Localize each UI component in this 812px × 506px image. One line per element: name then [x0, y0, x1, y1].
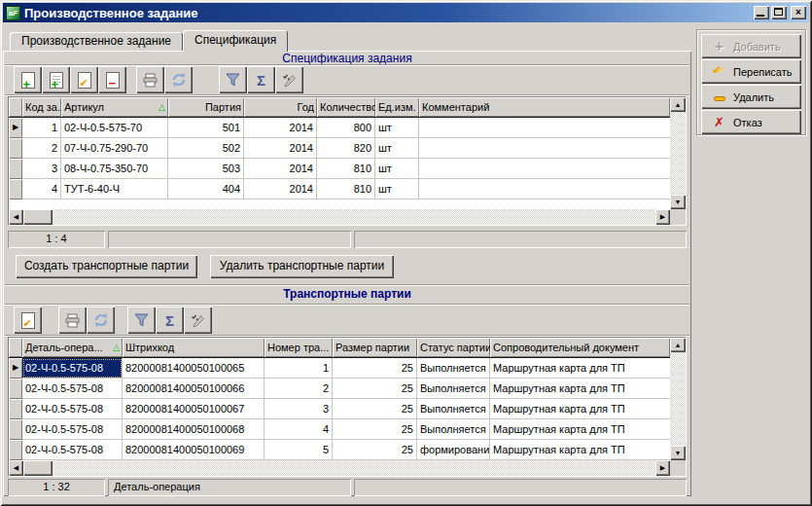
- column-header[interactable]: Номер тра...: [265, 338, 333, 357]
- horizontal-scrollbar[interactable]: ◀ ▶: [9, 460, 670, 476]
- scroll-right-button[interactable]: ▶: [655, 209, 670, 225]
- cancel-button[interactable]: ✗ Отказ: [701, 110, 801, 134]
- refresh-button[interactable]: [87, 307, 115, 334]
- column-header[interactable]: Штрихкод: [123, 338, 265, 357]
- column-header[interactable]: Комментарий: [419, 97, 670, 117]
- table-row[interactable]: 2 07-Ч-0.75-290-70 502 2014 820 шт: [9, 138, 670, 159]
- cell[interactable]: 501: [168, 118, 244, 138]
- cell[interactable]: Выполняется: [417, 358, 490, 379]
- cell[interactable]: 810: [317, 179, 375, 199]
- cell[interactable]: 02-Ч-0.5-575-08: [22, 419, 123, 440]
- cell[interactable]: формирование: [417, 440, 490, 460]
- add-record-button[interactable]: + Добавить: [701, 34, 801, 58]
- cell[interactable]: 1: [22, 118, 61, 138]
- cell[interactable]: 82000081400050100068: [123, 419, 265, 440]
- column-header[interactable]: △Артикул: [61, 97, 168, 117]
- column-header[interactable]: Сопроводительный документ: [490, 338, 670, 357]
- cell[interactable]: 800: [317, 118, 375, 138]
- cell[interactable]: 2: [265, 379, 333, 399]
- save-record-button[interactable]: ✔✔ Переписать: [701, 59, 801, 84]
- tab-specification[interactable]: Спецификация: [183, 30, 288, 52]
- cell[interactable]: 02-Ч-0.5-575-70: [61, 118, 168, 138]
- cell[interactable]: 404: [168, 179, 244, 199]
- column-header[interactable]: Партия: [168, 97, 244, 117]
- cell[interactable]: шт: [375, 118, 419, 138]
- cell[interactable]: [419, 118, 670, 138]
- selected-cell[interactable]: 02-Ч-0.5-575-08: [22, 358, 123, 379]
- table-row[interactable]: 02-Ч-0.5-575-08 82000081400050100066 2 2…: [9, 379, 670, 399]
- cell[interactable]: 25: [333, 358, 417, 379]
- insert-button[interactable]: +: [42, 66, 70, 93]
- column-header[interactable]: Количество: [317, 97, 375, 117]
- scroll-left-button[interactable]: ◀: [9, 460, 23, 476]
- cell[interactable]: 810: [317, 159, 375, 179]
- close-button[interactable]: ×: [791, 6, 806, 19]
- table-row[interactable]: ▶ 02-Ч-0.5-575-08 82000081400050100065 1…: [9, 358, 670, 379]
- cell[interactable]: 82000081400050100069: [123, 440, 265, 460]
- vertical-scrollbar[interactable]: ▲ ▼: [670, 97, 686, 209]
- sum-button[interactable]: Σ: [247, 66, 275, 93]
- cell[interactable]: Маршрутная карта для ТП: [490, 399, 670, 419]
- create-transport-batches-button[interactable]: Создать транспортные партии: [16, 255, 197, 278]
- column-header[interactable]: Год: [244, 97, 317, 117]
- cell[interactable]: [419, 179, 670, 199]
- cell[interactable]: 82000081400050100066: [123, 379, 265, 399]
- cell[interactable]: 82000081400050100067: [123, 399, 265, 419]
- cell[interactable]: Выполняется: [417, 419, 490, 440]
- cell[interactable]: 2014: [244, 138, 317, 159]
- cell[interactable]: 25: [333, 440, 417, 460]
- cell[interactable]: Маршрутная карта для ТП: [490, 358, 670, 379]
- scroll-down-button[interactable]: ▼: [670, 195, 686, 209]
- column-header[interactable]: Код за...: [22, 97, 61, 117]
- scrollbar-thumb[interactable]: [23, 460, 53, 476]
- cell[interactable]: 4: [22, 179, 61, 199]
- cell[interactable]: 502: [168, 138, 244, 159]
- cell[interactable]: 82000081400050100065: [123, 358, 265, 379]
- table-row[interactable]: 4 ТУТ-6-40-Ч 404 2014 810 шт: [9, 179, 670, 199]
- scroll-up-button[interactable]: ▲: [670, 97, 686, 112]
- cell[interactable]: 07-Ч-0.75-290-70: [61, 138, 168, 159]
- cell[interactable]: Выполняется: [417, 379, 490, 399]
- scroll-up-button[interactable]: ▲: [670, 338, 686, 352]
- cell[interactable]: 25: [333, 379, 417, 399]
- column-header[interactable]: Размер партии: [333, 338, 417, 357]
- horizontal-scrollbar[interactable]: ◀ ▶: [9, 209, 670, 225]
- delete-button[interactable]: −: [98, 66, 126, 93]
- cell[interactable]: 02-Ч-0.5-575-08: [22, 440, 123, 460]
- cell[interactable]: шт: [375, 138, 419, 159]
- cell[interactable]: 1: [265, 358, 333, 379]
- sum-button[interactable]: Σ: [156, 307, 184, 334]
- cell[interactable]: 4: [265, 419, 333, 440]
- table-row[interactable]: 02-Ч-0.5-575-08 82000081400050100068 4 2…: [9, 419, 670, 440]
- table-row[interactable]: 02-Ч-0.5-575-08 82000081400050100067 3 2…: [9, 399, 670, 419]
- maximize-button[interactable]: [771, 6, 787, 19]
- table-row[interactable]: 02-Ч-0.5-575-08 82000081400050100069 5 2…: [9, 440, 670, 460]
- print-button[interactable]: [136, 66, 164, 93]
- cell[interactable]: Маршрутная карта для ТП: [490, 379, 670, 399]
- scroll-left-button[interactable]: ◀: [9, 209, 23, 225]
- column-header[interactable]: △Деталь-опера...: [22, 338, 123, 357]
- cell[interactable]: 2014: [244, 179, 317, 199]
- scrollbar-thumb[interactable]: [23, 209, 53, 225]
- settings-button[interactable]: [275, 66, 303, 93]
- delete-record-button[interactable]: Удалить: [701, 85, 801, 109]
- settings-button[interactable]: [184, 307, 212, 334]
- scroll-right-button[interactable]: ▶: [655, 460, 670, 476]
- scroll-down-button[interactable]: ▼: [670, 446, 686, 460]
- table-row[interactable]: ▶ 1 02-Ч-0.5-575-70 501 2014 800 шт: [9, 118, 670, 138]
- cell[interactable]: шт: [375, 179, 419, 199]
- cell[interactable]: 02-Ч-0.5-575-08: [22, 399, 123, 419]
- cell[interactable]: шт: [375, 159, 419, 179]
- edit-button[interactable]: ✔: [14, 307, 42, 334]
- minimize-button[interactable]: [754, 6, 769, 19]
- cell[interactable]: 3: [22, 159, 61, 179]
- add-button[interactable]: +: [14, 66, 42, 93]
- cell[interactable]: Маршрутная карта для ТП: [490, 440, 670, 460]
- delete-transport-batches-button[interactable]: Удалить транспортные партии: [210, 255, 394, 278]
- cell[interactable]: Выполняется: [417, 399, 490, 419]
- cell[interactable]: 2014: [244, 159, 317, 179]
- cell[interactable]: ТУТ-6-40-Ч: [61, 179, 168, 199]
- cell[interactable]: 2014: [244, 118, 317, 138]
- column-header[interactable]: Статус партии: [417, 338, 490, 357]
- filter-button[interactable]: [219, 66, 247, 93]
